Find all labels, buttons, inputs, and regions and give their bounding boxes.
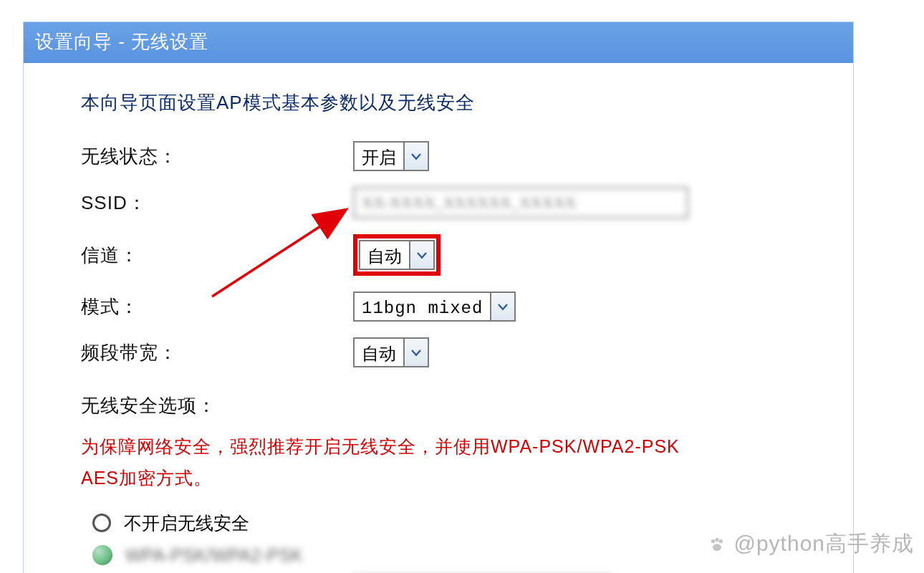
label-wireless-status: 无线状态： <box>81 144 353 169</box>
row-bandwidth: 频段带宽： 自动 <box>81 337 827 367</box>
chevron-down-icon[interactable] <box>403 339 428 366</box>
label-channel: 信道： <box>81 243 353 268</box>
select-wireless-status[interactable]: 开启 <box>353 141 429 171</box>
ssid-input[interactable] <box>353 187 688 218</box>
svg-point-4 <box>713 544 722 551</box>
chevron-down-icon[interactable] <box>409 241 433 269</box>
panel-title: 设置向导 - 无线设置 <box>24 22 853 63</box>
radio-wpa-label: WPA-PSK/WPA2-PSK <box>125 545 303 566</box>
security-warning-text: 为保障网络安全，强烈推荐开启无线安全，并使用WPA-PSK/WPA2-PSK A… <box>81 431 704 494</box>
radio-disable-label: 不开启无线安全 <box>124 511 249 535</box>
select-channel[interactable]: 自动 <box>359 240 435 270</box>
row-ssid: SSID： <box>81 187 827 218</box>
select-mode[interactable]: 11bgn mixed <box>353 292 516 322</box>
label-mode: 模式： <box>81 294 353 319</box>
svg-point-3 <box>719 539 723 543</box>
paw-icon <box>706 534 728 555</box>
select-channel-value: 自动 <box>360 241 409 269</box>
row-mode: 模式： 11bgn mixed <box>81 292 827 322</box>
select-mode-value: 11bgn mixed <box>355 293 490 320</box>
select-wireless-status-value: 开启 <box>355 143 403 170</box>
channel-highlight-box: 自动 <box>353 234 441 276</box>
svg-point-1 <box>711 539 715 543</box>
panel-content: 本向导页面设置AP模式基本参数以及无线安全 无线状态： 开启 SSID： 信道：… <box>24 63 853 573</box>
chevron-down-icon[interactable] <box>490 293 514 320</box>
svg-point-2 <box>716 538 719 541</box>
radio-checked-icon <box>92 545 112 565</box>
select-bandwidth-value: 自动 <box>355 339 403 366</box>
row-wireless-status: 无线状态： 开启 <box>81 141 827 171</box>
watermark: @python高手养成 <box>706 529 914 559</box>
label-ssid: SSID： <box>81 191 353 216</box>
select-bandwidth[interactable]: 自动 <box>353 337 429 367</box>
intro-text: 本向导页面设置AP模式基本参数以及无线安全 <box>81 90 827 115</box>
label-bandwidth: 频段带宽： <box>81 340 353 365</box>
chevron-down-icon[interactable] <box>403 143 428 170</box>
wizard-panel: 设置向导 - 无线设置 本向导页面设置AP模式基本参数以及无线安全 无线状态： … <box>23 21 854 573</box>
row-channel: 信道： 自动 <box>81 234 827 276</box>
security-section-label: 无线安全选项： <box>81 393 827 418</box>
radio-unchecked-icon <box>92 514 111 532</box>
watermark-text: @python高手养成 <box>733 529 914 559</box>
